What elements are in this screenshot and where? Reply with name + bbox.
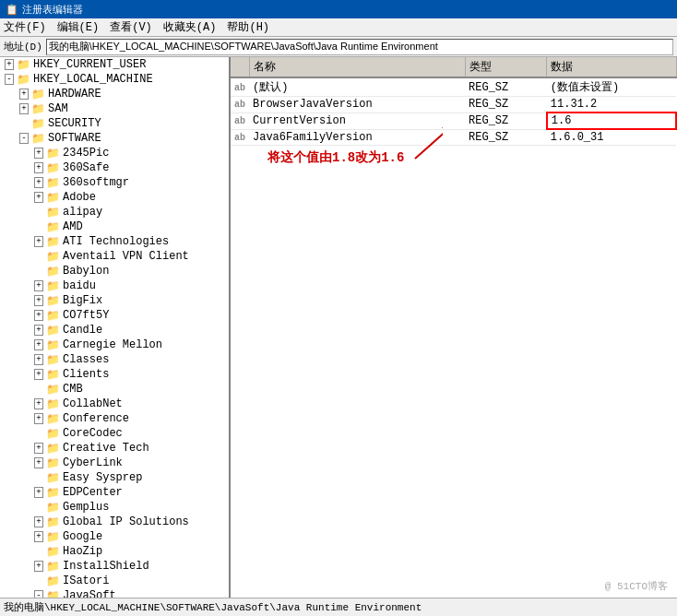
tree-item-sam[interactable]: 📁SAM [0,101,229,116]
tree-item-security[interactable]: 📁SECURITY [0,116,229,131]
tree-item-gemplus[interactable]: 📁Gemplus [0,500,229,515]
tree-item-adobe[interactable]: 📁Adobe [0,190,229,205]
tree-item-javasoft[interactable]: 📁JavaSoft [0,588,229,598]
expander-installshield[interactable] [31,562,46,571]
expander-candle[interactable] [31,326,46,335]
tree-item-candle[interactable]: 📁Candle [0,323,229,338]
reg-type-1: REG_SZ [465,97,547,113]
folder-icon-360softmgr: 📁 [46,176,60,190]
table-row[interactable]: abBrowserJavaVersionREG_SZ11.31.2 [231,97,676,113]
folder-icon-adobe: 📁 [46,191,60,205]
folder-icon-aventail: 📁 [46,250,60,264]
tree-item-edpcenter[interactable]: 📁EDPCenter [0,485,229,500]
item-label-hkcu: HKEY_CURRENT_USER [33,58,146,71]
expander-collabnet[interactable] [31,399,46,409]
table-row[interactable]: abJava6FamilyVersionREG_SZ1.6.0_31 [231,129,676,146]
folder-icon-hardware: 📁 [31,88,45,101]
expander-bigfix[interactable] [31,296,46,305]
folder-icon-javasoft: 📁 [46,589,60,598]
expander-cyberlink[interactable] [31,458,46,468]
tree-item-conference[interactable]: 📁Conference [0,411,229,426]
menu-view[interactable]: 查看(V) [110,19,152,35]
tree-item-isatori[interactable]: 📁ISatori [0,574,229,588]
tree-item-clients[interactable]: 📁Clients [0,367,229,382]
menu-favorites[interactable]: 收藏夹(A) [163,19,217,35]
item-label-corecodec: CoreCodec [63,427,123,440]
expander-conference[interactable] [31,414,46,423]
title-bar-text: 注册表编辑器 [22,3,83,17]
tree-item-cyberlink[interactable]: 📁CyberLink [0,456,229,470]
expander-360softmgr[interactable] [31,178,46,187]
menu-edit[interactable]: 编辑(E) [57,19,100,35]
folder-icon-easysysprep: 📁 [46,471,60,485]
status-bar: 我的电脑\HKEY_LOCAL_MACHINE\SOFTWARE\JavaSof… [0,598,677,616]
tree-item-alipay[interactable]: 📁alipay [0,205,229,219]
tree-item-globalip[interactable]: 📁Global IP Solutions [0,515,229,529]
expander-hklm[interactable] [2,75,17,84]
values-table: 名称 类型 数据 ab(默认)REG_SZ(数值未设置)abBrowserJav… [231,57,677,146]
tree-item-aventail[interactable]: 📁Aventail VPN Client [0,249,229,264]
expander-hardware[interactable] [17,89,31,99]
item-label-clients: Clients [63,368,109,381]
menu-bar: 文件(F) 编辑(E) 查看(V) 收藏夹(A) 帮助(H) [0,18,677,37]
tree-item-cmb[interactable]: 📁CMB [0,382,229,397]
table-row[interactable]: abCurrentVersionREG_SZ1.6 [231,113,676,129]
reg-type-3: REG_SZ [465,129,547,146]
expander-edpcenter[interactable] [31,488,46,497]
tree-item-haozip[interactable]: 📁HaoZip [0,544,229,559]
tree-item-ati[interactable]: 📁ATI Technologies [0,234,229,249]
tree-item-babylon[interactable]: 📁Babylon [0,264,229,278]
tree-item-amd[interactable]: 📁AMD [0,219,229,234]
folder-icon-babylon: 📁 [46,265,60,278]
tree-item-bigfix[interactable]: 📁BigFix [0,293,229,308]
folder-icon-installshield: 📁 [46,560,60,574]
address-input[interactable] [46,39,673,55]
folder-icon-security: 📁 [31,117,45,131]
menu-file[interactable]: 文件(F) [4,19,46,35]
expander-globalip[interactable] [31,517,46,527]
expander-classes[interactable] [31,355,46,364]
reg-data-2: 1.6 [547,113,676,129]
item-label-2345pic: 2345Pic [63,147,109,160]
tree-item-2345pic[interactable]: 📁2345Pic [0,146,229,160]
folder-icon-baidu: 📁 [46,279,60,293]
expander-2345pic[interactable] [31,148,46,158]
expander-clients[interactable] [31,370,46,379]
status-text: 我的电脑\HKEY_LOCAL_MACHINE\SOFTWARE\JavaSof… [4,600,422,614]
tree-item-creativetech[interactable]: 📁Creative Tech [0,441,229,456]
expander-carnegie[interactable] [31,340,46,349]
tree-item-classes[interactable]: 📁Classes [0,352,229,367]
expander-software[interactable] [17,134,31,143]
expander-co7ft5y[interactable] [31,311,46,320]
tree-item-easysysprep[interactable]: 📁Easy Sysprep [0,470,229,485]
expander-javasoft[interactable] [31,591,46,598]
tree-item-baidu[interactable]: 📁baidu [0,278,229,293]
expander-hkcu[interactable] [2,60,17,69]
tree-item-carnegie[interactable]: 📁Carnegie Mellon [0,338,229,352]
tree-item-hardware[interactable]: 📁HARDWARE [0,87,229,101]
tree-item-google[interactable]: 📁Google [0,529,229,544]
expander-ati[interactable] [31,237,46,246]
expander-360safe[interactable] [31,163,46,172]
tree-item-hklm[interactable]: 📁HKEY_LOCAL_MACHINE [0,72,229,87]
folder-icon-isatori: 📁 [46,575,60,588]
expander-google[interactable] [31,532,46,541]
tree-item-360safe[interactable]: 📁360Safe [0,160,229,175]
reg-name-1: BrowserJavaVersion [249,97,465,113]
tree-item-corecodec[interactable]: 📁CoreCodec [0,426,229,441]
folder-icon-alipay: 📁 [46,206,60,219]
tree-item-co7ft5y[interactable]: 📁CO7ft5Y [0,308,229,323]
tree-item-software[interactable]: 📁SOFTWARE [0,131,229,146]
item-label-carnegie: Carnegie Mellon [63,338,162,351]
menu-help[interactable]: 帮助(H) [227,19,269,35]
tree-item-hkcu[interactable]: 📁HKEY_CURRENT_USER [0,57,229,72]
tree-item-collabnet[interactable]: 📁CollabNet [0,397,229,411]
tree-item-installshield[interactable]: 📁InstallShield [0,559,229,574]
expander-adobe[interactable] [31,193,46,202]
table-row[interactable]: ab(默认)REG_SZ(数值未设置) [231,77,676,97]
expander-creativetech[interactable] [31,444,46,453]
expander-sam[interactable] [17,104,31,113]
tree-item-360softmgr[interactable]: 📁360softmgr [0,175,229,190]
expander-baidu[interactable] [31,281,46,290]
folder-icon-360safe: 📁 [46,161,60,175]
